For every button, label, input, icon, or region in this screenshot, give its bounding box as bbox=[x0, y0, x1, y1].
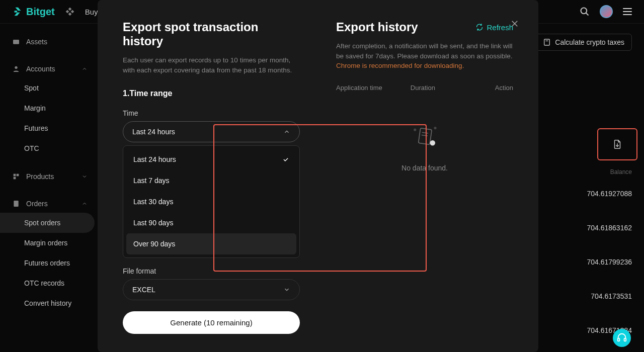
time-option-over90d[interactable]: Over 90 days bbox=[126, 233, 296, 254]
no-data-text: No data found. bbox=[401, 164, 448, 172]
time-option-7d[interactable]: Last 7 days bbox=[126, 170, 296, 191]
col-application-time: Application time bbox=[336, 84, 382, 92]
svg-rect-13 bbox=[419, 128, 432, 144]
col-action: Action bbox=[495, 84, 513, 92]
refresh-button[interactable]: Refresh bbox=[475, 23, 513, 32]
col-duration: Duration bbox=[411, 84, 435, 92]
svg-point-16 bbox=[430, 140, 436, 146]
time-label: Time bbox=[123, 109, 300, 117]
chevron-down-icon bbox=[283, 286, 290, 293]
refresh-icon bbox=[475, 23, 484, 31]
headset-icon bbox=[616, 332, 627, 343]
svg-line-14 bbox=[422, 132, 428, 133]
step-1-heading: 1.Time range bbox=[123, 89, 300, 98]
file-format-select[interactable]: EXCEL bbox=[123, 279, 300, 300]
time-option-30d[interactable]: Last 30 days bbox=[126, 191, 296, 212]
chevron-up-icon bbox=[283, 128, 290, 135]
time-dropdown: Last 24 hours Last 7 days Last 30 days L… bbox=[123, 145, 300, 258]
svg-rect-20 bbox=[624, 338, 626, 341]
export-history-desc: After completion, a notification will be… bbox=[336, 41, 513, 71]
svg-line-15 bbox=[422, 135, 428, 136]
time-select[interactable]: Last 24 hours bbox=[123, 121, 300, 142]
modal-title: Export spot transaction history bbox=[123, 20, 300, 48]
export-history-columns: Application time Duration Action bbox=[336, 84, 513, 92]
export-modal: Export spot transaction history Each use… bbox=[98, 0, 538, 352]
modal-desc: Each user can export records up to 10 ti… bbox=[123, 55, 300, 75]
generate-button[interactable]: Generate (10 remaining) bbox=[123, 311, 300, 334]
file-format-label: File format bbox=[123, 267, 300, 275]
time-option-24h[interactable]: Last 24 hours bbox=[126, 149, 296, 170]
no-data: No data found. bbox=[336, 122, 513, 172]
export-history-title: Export history bbox=[336, 20, 418, 34]
support-fab[interactable] bbox=[613, 329, 631, 347]
time-select-value: Last 24 hours bbox=[132, 128, 175, 136]
check-icon bbox=[282, 156, 289, 163]
file-format-value: EXCEL bbox=[132, 286, 155, 294]
svg-point-18 bbox=[434, 127, 436, 129]
empty-state-icon bbox=[407, 122, 442, 152]
svg-rect-19 bbox=[618, 338, 620, 341]
time-option-90d[interactable]: Last 90 days bbox=[126, 212, 296, 233]
svg-point-17 bbox=[414, 128, 416, 131]
